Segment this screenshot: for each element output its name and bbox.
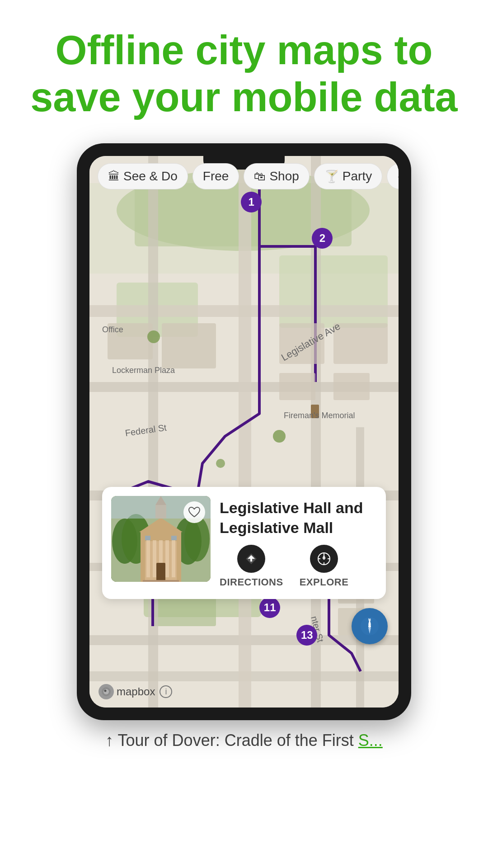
phone-frame: Legislative Ave Federal St Lockerman Pla… [77,143,411,720]
svg-rect-56 [171,536,177,540]
mapbox-logo[interactable]: mapbox i [99,684,172,699]
mapbox-label: mapbox [117,685,155,698]
explore-label: EXPLORE [300,576,349,588]
tab-free-label: Free [203,169,229,184]
tab-party-label: Party [343,169,372,184]
bottom-teaser: ↑ Tour of Dover: Cradle of the First S..… [0,720,488,764]
card-content: Legislative Hall and Legislative Mall DI… [220,496,377,590]
card-image [111,496,211,582]
header-section: Offline city maps to save your mobile da… [0,0,488,143]
directions-label: DIRECTIONS [220,576,283,588]
svg-point-29 [147,330,160,343]
filter-bar: 🏛 See & Do Free 🛍 Shop 🍸 Party ··· Other [89,156,399,197]
svg-rect-18 [162,323,216,368]
tab-shop[interactable]: 🛍 Shop [244,163,309,189]
teaser-text: ↑ Tour of Dover: Cradle of the First S..… [18,731,470,750]
see-do-icon: 🏛 [108,170,120,184]
info-card: Legislative Hall and Legislative Mall DI… [102,487,386,599]
svg-text:Office: Office [102,325,123,334]
card-actions: DIRECTIONS [220,538,377,588]
map-marker-11[interactable]: 11 [259,597,280,618]
svg-rect-57 [143,580,179,582]
svg-point-43 [184,516,210,561]
mapbox-icon [99,684,114,699]
favorite-button[interactable] [183,501,205,523]
svg-point-30 [273,430,286,443]
other-icon: ··· [397,170,399,184]
svg-text:Lockerman Plaza: Lockerman Plaza [112,366,175,375]
svg-point-31 [216,459,225,468]
teaser-link[interactable]: S... [358,731,383,750]
svg-point-72 [368,625,371,627]
svg-rect-52 [156,563,165,582]
svg-text:N: N [368,618,371,622]
tab-other[interactable]: ··· Other [387,163,399,189]
svg-rect-49 [165,540,169,577]
svg-rect-46 [146,540,150,577]
teaser-arrow: ↑ Tour of Dover: Cradle of the First [105,731,358,750]
directions-icon [237,545,265,573]
page-title: Offline city maps to save your mobile da… [27,27,461,121]
mapbox-info-icon[interactable]: i [160,685,172,698]
party-icon: 🍸 [324,170,339,184]
map-marker-13[interactable]: 13 [296,625,317,646]
svg-point-75 [103,689,109,694]
svg-text:Fireman's Memorial: Fireman's Memorial [284,411,355,420]
svg-rect-23 [333,373,370,400]
svg-rect-14 [239,156,251,708]
directions-button[interactable]: DIRECTIONS [220,545,283,588]
tab-see-do[interactable]: 🏛 See & Do [98,163,188,189]
map-marker-2[interactable]: 2 [312,228,333,249]
explore-button[interactable]: EXPLORE [300,545,349,588]
tab-see-do-label: See & Do [123,169,178,184]
phone-screen: Legislative Ave Federal St Lockerman Pla… [89,156,399,708]
shop-icon: 🛍 [254,170,266,184]
tab-free[interactable]: Free [192,163,239,189]
tab-shop-label: Shop [269,169,299,184]
card-title: Legislative Hall and Legislative Mall [220,498,377,538]
tab-party[interactable]: 🍸 Party [314,163,382,189]
compass-button[interactable]: N [352,608,388,644]
explore-icon [310,545,338,573]
svg-point-76 [104,690,107,692]
svg-rect-55 [145,536,150,540]
svg-rect-22 [279,373,315,400]
svg-rect-47 [153,540,156,577]
svg-rect-50 [172,540,175,577]
